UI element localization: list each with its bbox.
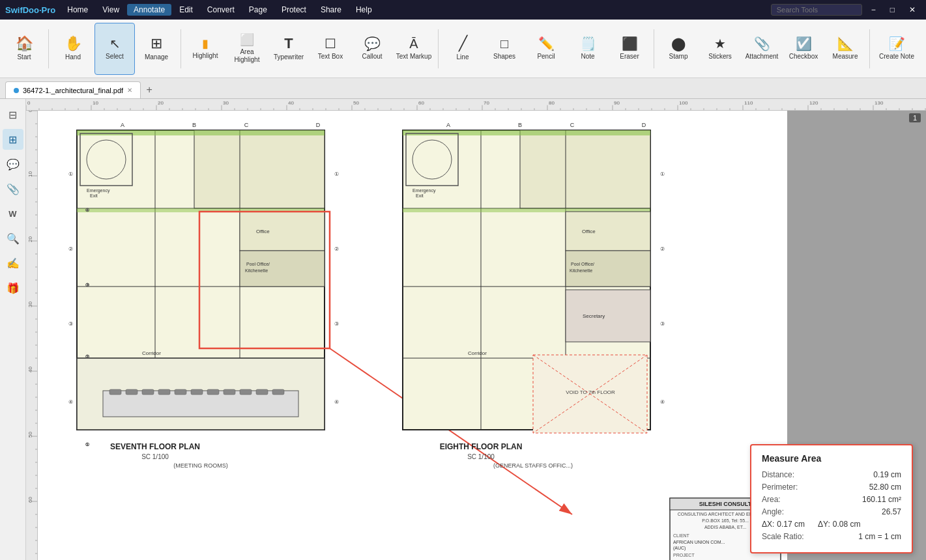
tool-area-highlight[interactable]: ⬜ Area Highlight bbox=[227, 23, 267, 75]
perimeter-value: 52.80 cm bbox=[869, 483, 901, 492]
svg-text:Kitchenette: Kitchenette bbox=[570, 268, 592, 273]
tool-checkbox[interactable]: ☑️ Checkbox bbox=[783, 23, 824, 75]
tool-measure[interactable]: 📐 Measure bbox=[825, 23, 865, 75]
typewriter-icon: T bbox=[284, 36, 293, 51]
svg-text:③: ③ bbox=[334, 321, 339, 327]
nav-annotate[interactable]: Annotate bbox=[127, 4, 171, 16]
create-note-icon: 📝 bbox=[889, 37, 905, 50]
nav-convert[interactable]: Convert bbox=[201, 4, 241, 16]
measure-distance-row: Distance: 0.19 cm bbox=[762, 470, 901, 479]
separator-3 bbox=[438, 29, 439, 68]
svg-rect-20 bbox=[77, 130, 325, 135]
sidebar-comments[interactable]: 💬 bbox=[3, 154, 23, 175]
distance-value: 0.19 cm bbox=[873, 470, 901, 479]
nav-view[interactable]: View bbox=[96, 4, 126, 16]
tool-shapes[interactable]: □ Shapes bbox=[484, 23, 525, 75]
typewriter-label: Typewriter bbox=[274, 53, 304, 61]
svg-text:C: C bbox=[570, 122, 575, 128]
minimize-button[interactable]: − bbox=[866, 4, 881, 16]
tab-close-button[interactable]: ✕ bbox=[127, 87, 132, 94]
tool-highlight[interactable]: ▮ Highlight bbox=[185, 23, 225, 75]
text-markup-label: Text Markup bbox=[396, 53, 431, 61]
svg-rect-15 bbox=[207, 389, 219, 395]
tool-stickers[interactable]: ★ Stickers bbox=[700, 23, 740, 75]
svg-text:SEVENTH FLOOR PLAN: SEVENTH FLOOR PLAN bbox=[110, 442, 200, 451]
tab-dot bbox=[14, 88, 19, 93]
sidebar-layers[interactable]: ⊞ bbox=[3, 129, 23, 150]
svg-text:②: ② bbox=[660, 246, 665, 252]
svg-rect-11 bbox=[142, 389, 154, 395]
tool-pencil[interactable]: ✏️ Pencil bbox=[526, 23, 566, 75]
text-markup-icon: Ā bbox=[409, 37, 418, 50]
svg-text:Secretary: Secretary bbox=[583, 313, 605, 319]
left-ruler bbox=[26, 111, 38, 560]
tool-manage[interactable]: ⊞ Manage bbox=[136, 23, 177, 75]
pencil-label: Pencil bbox=[537, 53, 555, 61]
angle-label: Angle: bbox=[762, 507, 784, 516]
checkbox-icon: ☑️ bbox=[796, 37, 812, 50]
area-value: 160.11 cm² bbox=[862, 495, 901, 504]
checkbox-label: Checkbox bbox=[789, 53, 818, 61]
measure-popup-title: Measure Area bbox=[762, 453, 901, 464]
tool-create-note[interactable]: 📝 Create Note bbox=[874, 23, 919, 75]
tool-callout[interactable]: 💬 Callout bbox=[352, 23, 392, 75]
stamp-label: Stamp bbox=[669, 53, 688, 61]
tool-stamp[interactable]: ⬤ Stamp bbox=[658, 23, 699, 75]
nav-protect[interactable]: Protect bbox=[275, 4, 313, 16]
svg-rect-12 bbox=[158, 389, 170, 395]
separator-5 bbox=[869, 29, 870, 68]
shapes-label: Shapes bbox=[493, 53, 515, 61]
tool-typewriter[interactable]: T Typewriter bbox=[268, 23, 309, 75]
area-label: Area: bbox=[762, 495, 781, 504]
svg-text:D: D bbox=[642, 122, 646, 128]
tool-attachment[interactable]: 📎 Attachment bbox=[742, 23, 782, 75]
sidebar-thumbnail[interactable]: ⊟ bbox=[3, 104, 23, 125]
pencil-icon: ✏️ bbox=[538, 37, 555, 50]
svg-text:PROJECT: PROJECT bbox=[673, 553, 695, 557]
svg-rect-26 bbox=[240, 212, 325, 251]
maximize-button[interactable]: □ bbox=[885, 4, 900, 16]
tool-start[interactable]: 🏠 Start bbox=[4, 23, 44, 75]
svg-text:①: ① bbox=[334, 171, 339, 177]
close-button[interactable]: ✕ bbox=[904, 4, 921, 16]
svg-text:Office: Office bbox=[256, 229, 270, 234]
measure-perimeter-row: Perimeter: 52.80 cm bbox=[762, 483, 901, 492]
stickers-label: Stickers bbox=[708, 53, 732, 61]
sidebar-search[interactable]: 🔍 bbox=[3, 228, 23, 249]
create-note-label: Create Note bbox=[879, 53, 914, 61]
tool-select[interactable]: ↖ Select bbox=[94, 23, 135, 75]
svg-text:Corridor: Corridor bbox=[142, 350, 161, 356]
nav-help[interactable]: Help bbox=[349, 4, 379, 16]
svg-rect-18 bbox=[256, 389, 268, 395]
svg-text:A: A bbox=[446, 122, 450, 128]
svg-text:B: B bbox=[518, 122, 522, 128]
nav-page[interactable]: Page bbox=[242, 4, 274, 16]
callout-label: Callout bbox=[362, 53, 382, 61]
line-label: Line bbox=[457, 53, 469, 61]
tool-hand[interactable]: ✋ Hand bbox=[53, 23, 93, 75]
tool-note[interactable]: 🗒️ Note bbox=[568, 23, 608, 75]
page-number: 1 bbox=[909, 113, 921, 122]
tab-label: 36472-1._architectural_final.pdf bbox=[23, 87, 123, 94]
tool-text-markup[interactable]: Ā Text Markup bbox=[394, 23, 434, 75]
svg-text:Emergency: Emergency bbox=[87, 188, 110, 193]
nav-home[interactable]: Home bbox=[61, 4, 94, 16]
tab-document[interactable]: 36472-1._architectural_final.pdf ✕ bbox=[5, 81, 141, 98]
tool-eraser[interactable]: ⬛ Eraser bbox=[609, 23, 650, 75]
sidebar-sign[interactable]: ✍ bbox=[3, 253, 23, 273]
pdf-viewport[interactable]: 1 bbox=[38, 111, 926, 560]
nav-edit[interactable]: Edit bbox=[173, 4, 199, 16]
svg-text:③: ③ bbox=[85, 283, 89, 287]
tool-line[interactable]: ╱ Line bbox=[442, 23, 483, 75]
highlight-label: Highlight bbox=[193, 52, 218, 60]
tool-text-box[interactable]: ☐ Text Box bbox=[310, 23, 351, 75]
sidebar-gift[interactable]: 🎁 bbox=[3, 277, 23, 298]
svg-text:AFRICAN UNION COM...: AFRICAN UNION COM... bbox=[673, 540, 725, 544]
nav-share[interactable]: Share bbox=[314, 4, 348, 16]
svg-text:Emergency: Emergency bbox=[412, 188, 436, 193]
svg-text:Pool Office/: Pool Office/ bbox=[571, 262, 594, 266]
sidebar-bookmark[interactable]: W bbox=[3, 203, 23, 224]
sidebar-attachments[interactable]: 📎 bbox=[3, 178, 23, 199]
tab-add-button[interactable]: + bbox=[141, 81, 158, 98]
search-input[interactable] bbox=[771, 4, 862, 16]
